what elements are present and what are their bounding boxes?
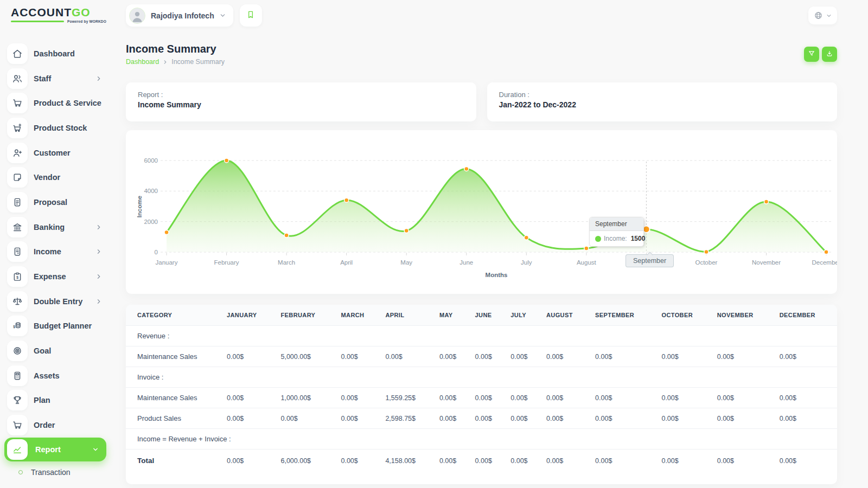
breadcrumb-current: Income Summary xyxy=(171,58,225,66)
users-icon xyxy=(7,68,28,89)
tooltip-series-label: Income: xyxy=(604,235,627,242)
sidebar-item-product-stock[interactable]: Product Stock xyxy=(0,115,114,140)
data-point-january[interactable] xyxy=(164,230,169,234)
column-header-november: November xyxy=(713,305,775,326)
table-cell: 0.00$ xyxy=(713,346,775,367)
data-point-august[interactable] xyxy=(584,246,589,251)
series-dot-icon xyxy=(595,236,601,242)
sidebar: ACCOUNTGO Powered by WORKDO DashboardSta… xyxy=(0,0,114,488)
company-dropdown[interactable]: Rajodiya Infotech xyxy=(126,4,233,27)
table-cell: 1,559.25$ xyxy=(381,388,435,408)
data-point-october[interactable] xyxy=(704,249,709,254)
table-cell: 0.00$ xyxy=(775,450,837,472)
report-label: Report : xyxy=(138,91,464,99)
calculator-icon xyxy=(7,365,28,386)
table-cell: 0.00$ xyxy=(542,346,591,367)
table-cell: 0.00$ xyxy=(471,388,507,408)
table-cell: 0.00$ xyxy=(276,408,336,429)
duration-value: Jan-2022 to Dec-2022 xyxy=(499,100,826,109)
tooltip-month: September xyxy=(590,217,643,231)
sidebar-item-report[interactable]: Report xyxy=(4,438,106,461)
data-point-may[interactable] xyxy=(404,229,409,233)
page-head: Income Summary Dashboard Income Summary xyxy=(126,43,837,66)
sidebar-item-label: Product & Service xyxy=(34,99,101,107)
filter-button[interactable] xyxy=(804,47,819,62)
tooltip-value: 1500 xyxy=(631,235,646,242)
app-logo[interactable]: ACCOUNTGO Powered by WORKDO xyxy=(11,7,106,23)
income-area-chart[interactable]: 0200040006000JanuaryFebruaryMarchAprilMa… xyxy=(126,130,837,294)
info-cards-row: Report : Income Summary Duration : Jan-2… xyxy=(126,82,837,121)
breadcrumb-dashboard-link[interactable]: Dashboard xyxy=(126,58,159,66)
table-cell: 4,158.00$ xyxy=(381,450,435,472)
row-label: Maintenance Sales xyxy=(126,346,222,367)
table-cell: 0.00$ xyxy=(657,388,712,408)
data-point-april[interactable] xyxy=(344,198,349,202)
svg-text:Months: Months xyxy=(486,272,508,278)
sidebar-item-label: Report xyxy=(35,445,61,454)
table-cell: 0.00$ xyxy=(222,346,276,367)
sidebar-item-income[interactable]: Income xyxy=(0,240,114,265)
table-cell: 0.00$ xyxy=(471,346,507,367)
bookmark-button[interactable] xyxy=(240,4,262,27)
data-point-february[interactable] xyxy=(225,158,229,163)
sidebar-item-assets[interactable]: Assets xyxy=(0,363,114,388)
sidebar-item-budget-planner[interactable]: $Budget Planner xyxy=(0,314,114,339)
sidebar-item-expense[interactable]: $Expense xyxy=(0,264,114,289)
sidebar-item-order[interactable]: Order xyxy=(0,413,114,438)
chart-icon xyxy=(7,439,28,460)
sidebar-item-label: Assets xyxy=(34,371,60,380)
income-chart-card[interactable]: 0200040006000JanuaryFebruaryMarchAprilMa… xyxy=(126,130,837,294)
table-row-section-income-revenue-invoice: Income = Revenue + Invoice : xyxy=(126,429,837,450)
sidebar-item-staff[interactable]: Staff xyxy=(0,66,114,91)
table-cell: 0.00$ xyxy=(657,450,712,472)
sidebar-item-label: Income xyxy=(34,247,61,256)
sidebar-item-label: Plan xyxy=(34,396,50,404)
column-header-january: January xyxy=(222,305,276,326)
svg-text:April: April xyxy=(340,259,353,266)
sidebar-item-customer[interactable]: Customer xyxy=(0,140,114,165)
bookmark-icon xyxy=(246,10,256,21)
sidebar-item-plan[interactable]: Plan xyxy=(0,388,114,413)
svg-text:$: $ xyxy=(13,325,15,329)
data-point-december[interactable] xyxy=(824,250,828,254)
data-point-march[interactable] xyxy=(284,233,289,237)
table-cell: 0.00$ xyxy=(713,450,775,472)
data-point-july[interactable] xyxy=(524,235,528,240)
cartplus-icon xyxy=(7,118,28,138)
sidebar-item-vendor[interactable]: Vendor xyxy=(0,165,114,190)
sidebar-item-dashboard[interactable]: Dashboard xyxy=(0,41,114,66)
chart-tooltip: September Income: 1500 xyxy=(589,217,644,247)
column-header-march: March xyxy=(336,305,381,326)
userplus-icon xyxy=(7,143,28,163)
sidebar-item-label: Budget Planner xyxy=(34,322,92,330)
column-header-april: April xyxy=(381,305,435,326)
sidebar-item-goal[interactable]: Goal xyxy=(0,338,114,363)
column-header-september: September xyxy=(591,305,657,326)
sidebar-item-label: Banking xyxy=(34,223,65,232)
coins-icon: $ xyxy=(7,316,28,336)
trophy-icon xyxy=(7,390,28,410)
table-row-data-maintenance-sales: Maintenance Sales0.00$1,000.00$0.00$1,55… xyxy=(126,388,837,408)
sidebar-item-transaction[interactable]: Transaction xyxy=(0,461,114,483)
duration-label: Duration : xyxy=(499,91,826,99)
sidebar-nav: DashboardStaffProduct & ServiceProduct S… xyxy=(0,41,114,483)
table-cell: 0.00$ xyxy=(471,450,507,472)
data-point-june[interactable] xyxy=(464,166,469,171)
download-button[interactable] xyxy=(822,47,837,62)
chevron-right-icon xyxy=(95,224,102,230)
sidebar-item-banking[interactable]: Banking xyxy=(0,215,114,240)
table-cell: 0.00$ xyxy=(222,408,276,429)
data-point-november[interactable] xyxy=(764,200,769,204)
sidebar-item-product-service[interactable]: Product & Service xyxy=(0,91,114,115)
sidebar-item-proposal[interactable]: Proposal xyxy=(0,190,114,215)
filter-icon xyxy=(808,50,815,59)
table-cell: 0.00$ xyxy=(506,408,542,429)
section-label: Revenue : xyxy=(126,326,837,346)
download-icon xyxy=(826,50,833,59)
document-icon xyxy=(7,192,28,213)
invoice-icon xyxy=(7,241,28,262)
language-dropdown[interactable] xyxy=(808,7,837,24)
svg-text:Income: Income xyxy=(136,196,143,217)
sidebar-item-double-entry[interactable]: Double Entry xyxy=(0,289,114,314)
column-header-july: July xyxy=(506,305,542,326)
